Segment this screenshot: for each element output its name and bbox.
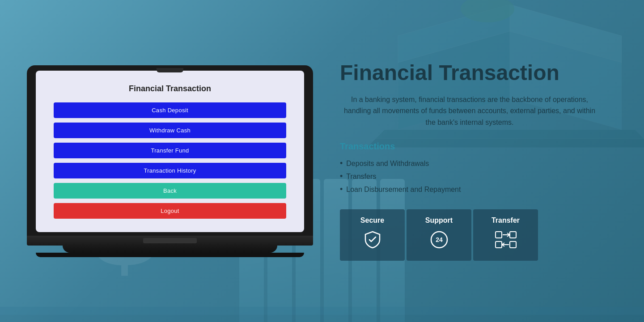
back-button[interactable]: Back [54,183,286,199]
main-layout: Financial Transaction Cash Deposit Withd… [0,0,644,322]
svg-rect-10 [510,232,516,238]
laptop-body: Financial Transaction Cash Deposit Withd… [27,65,313,236]
laptop-stand [63,246,277,253]
transaction-history-button[interactable]: Transaction History [54,163,286,178]
secure-card-title: Secure [349,216,396,225]
laptop-section: Financial Transaction Cash Deposit Withd… [18,65,322,257]
app-title: Financial Transaction [129,84,211,93]
laptop: Financial Transaction Cash Deposit Withd… [27,65,313,257]
page-title: Financial Transaction [340,61,608,85]
list-item: Transfers [340,170,608,183]
feature-cards: Secure Support 24 [340,209,608,261]
svg-rect-11 [496,242,502,248]
content-section: Financial Transaction In a banking syste… [322,52,626,270]
withdraw-cash-button[interactable]: Withdraw Cash [54,123,286,138]
cash-deposit-button[interactable]: Cash Deposit [54,102,286,118]
support-card-title: Support [415,216,462,225]
transactions-section: Transactions Deposits and Withdrawals Tr… [340,141,608,196]
list-item: Loan Disbursement and Repayment [340,183,608,196]
laptop-notch [157,68,183,72]
laptop-screen: Financial Transaction Cash Deposit Withd… [36,71,304,232]
transfer-fund-button[interactable]: Transfer Fund [54,143,286,158]
transactions-heading: Transactions [340,141,608,152]
laptop-base [27,236,313,246]
transfer-card-title: Transfer [482,216,529,225]
button-group: Cash Deposit Withdraw Cash Transfer Fund… [54,102,286,219]
logout-button[interactable]: Logout [54,203,286,219]
page-description: In a banking system, financial transacti… [340,94,599,128]
svg-rect-12 [510,242,516,248]
transfer-icon [482,230,529,254]
shield-icon [349,230,396,254]
support-24-icon: 24 [415,230,462,254]
laptop-trackpad [143,238,197,243]
transactions-list: Deposits and Withdrawals Transfers Loan … [340,157,608,196]
secure-card: Secure [340,209,405,261]
transfer-card: Transfer [473,209,538,261]
laptop-foot [36,253,304,257]
svg-text:24: 24 [436,236,443,243]
support-card: Support 24 [407,209,471,261]
svg-rect-9 [496,232,502,238]
list-item: Deposits and Withdrawals [340,157,608,170]
